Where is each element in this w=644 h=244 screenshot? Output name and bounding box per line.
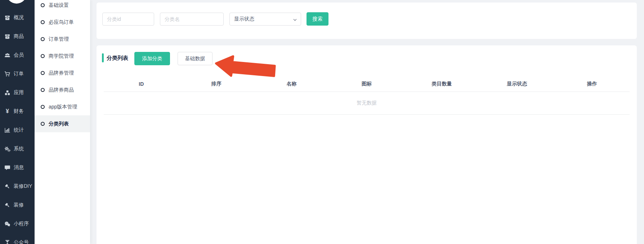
circle-icon [41,20,45,24]
apps-cubes-icon [4,90,10,96]
filter-card: 显示状态 搜索 [97,3,637,39]
sidebar-item-label: 公众号 [14,239,29,244]
submenu-item-bingbird-orders[interactable]: 必应鸟订单 [35,14,90,31]
table-header-category-count: 类目数量 [404,81,479,87]
table-header-sort: 排序 [179,81,254,87]
members-users-icon [4,52,10,58]
display-status-select-value: 显示状态 [234,16,254,22]
page-title: 分类列表 [107,55,128,62]
table-header-actions: 操作 [554,81,630,87]
submenu-item-business-school[interactable]: 商学院管理 [35,48,90,65]
circle-icon [41,88,45,92]
submenu-item-brand-coupon-management[interactable]: 品牌券管理 [35,65,90,81]
circle-icon [41,105,45,109]
sidebar-item-label: 装修DIY [14,183,32,190]
table-empty-state: 暂无数据 [104,92,630,115]
sidebar-item-products[interactable]: 商品 [0,27,35,46]
circle-icon [41,3,45,7]
orders-cart-icon [4,71,10,77]
sidebar-item-official-account[interactable]: 公众号 [0,233,35,244]
title-accent-bar [102,53,104,62]
primary-nav: 概况 商品 会员 订单 应用 ¥ 财务 统计 系统 [0,8,35,244]
product-box-icon [4,34,10,40]
decorate-gavel-icon [4,183,10,190]
table-header-row: ID 排序 名称 图标 类目数量 显示状态 操作 [104,76,630,92]
finance-yen-icon: ¥ [4,108,10,115]
primary-sidebar: 概况 商品 会员 订单 应用 ¥ 财务 统计 系统 [0,0,35,244]
message-bubble-icon [4,165,10,171]
sidebar-item-orders[interactable]: 订单 [0,65,35,83]
sidebar-item-finance[interactable]: ¥ 财务 [0,102,35,121]
category-id-input[interactable] [102,13,154,26]
submenu-item-order-management[interactable]: 订单管理 [35,31,90,48]
sidebar-item-label: 概况 [14,14,24,21]
table-header-name: 名称 [254,81,329,87]
circle-icon [41,71,45,75]
table-header-icon: 图标 [329,81,404,87]
submenu-item-brand-coupon-products[interactable]: 品牌券商品 [35,81,90,98]
sidebar-item-label: 消息 [14,164,24,171]
sidebar-item-label: 财务 [14,108,24,115]
sidebar-item-messages[interactable]: 消息 [0,158,35,177]
sidebar-item-label: 应用 [14,89,24,96]
sidebar-item-stats[interactable]: 统计 [0,121,35,139]
search-button[interactable]: 搜索 [307,12,328,26]
sidebar-item-label: 会员 [14,52,24,58]
circle-icon [41,54,45,58]
official-account-hourglass-icon [4,240,10,244]
overview-box-icon [4,15,10,21]
circle-icon [41,122,45,126]
sidebar-item-label: 系统 [14,146,24,152]
circle-icon [41,37,45,41]
mini-program-wechat-icon [4,221,10,227]
sidebar-item-label: 小程序 [14,221,29,227]
sidebar-item-decorate[interactable]: 装修 [0,196,35,214]
sidebar-item-overview[interactable]: 概况 [0,8,35,27]
submenu-item-category-list[interactable]: 分类列表 [35,115,90,132]
secondary-nav: 基础设置 必应鸟订单 订单管理 商学院管理 品牌券管理 品牌券商品 app版本管… [35,0,90,132]
add-category-button[interactable]: 添加分类 [134,52,170,65]
sidebar-item-label: 商品 [14,33,24,40]
sidebar-item-decorate-diy[interactable]: 装修DIY [0,177,35,196]
category-name-input[interactable] [160,13,224,26]
secondary-sidebar: 基础设置 必应鸟订单 订单管理 商学院管理 品牌券管理 品牌券商品 app版本管… [35,0,90,244]
table-header-display-status: 显示状态 [479,81,555,87]
submenu-item-app-version[interactable]: app版本管理 [35,98,90,115]
sidebar-item-system[interactable]: 系统 [0,139,35,158]
base-data-button[interactable]: 基础数据 [178,52,213,65]
chevron-down-icon [293,17,297,22]
sidebar-item-label: 统计 [14,127,24,133]
avatar[interactable] [6,0,27,4]
sidebar-item-label: 装修 [14,202,24,208]
decorate-gavel-icon [4,202,10,208]
sidebar-item-label: 订单 [14,71,24,77]
sidebar-item-apps[interactable]: 应用 [0,83,35,102]
system-gears-icon [4,146,10,152]
sidebar-item-mini-program[interactable]: 小程序 [0,214,35,233]
display-status-select[interactable]: 显示状态 [229,13,301,26]
stats-bar-chart-icon [4,127,10,133]
sidebar-item-members[interactable]: 会员 [0,46,35,65]
submenu-item-basic-settings[interactable]: 基础设置 [35,0,90,14]
category-list-card: 分类列表 添加分类 基础数据 ID 排序 名称 图标 类目数量 显示状态 操作 … [97,45,637,244]
table-header-id: ID [104,81,179,87]
